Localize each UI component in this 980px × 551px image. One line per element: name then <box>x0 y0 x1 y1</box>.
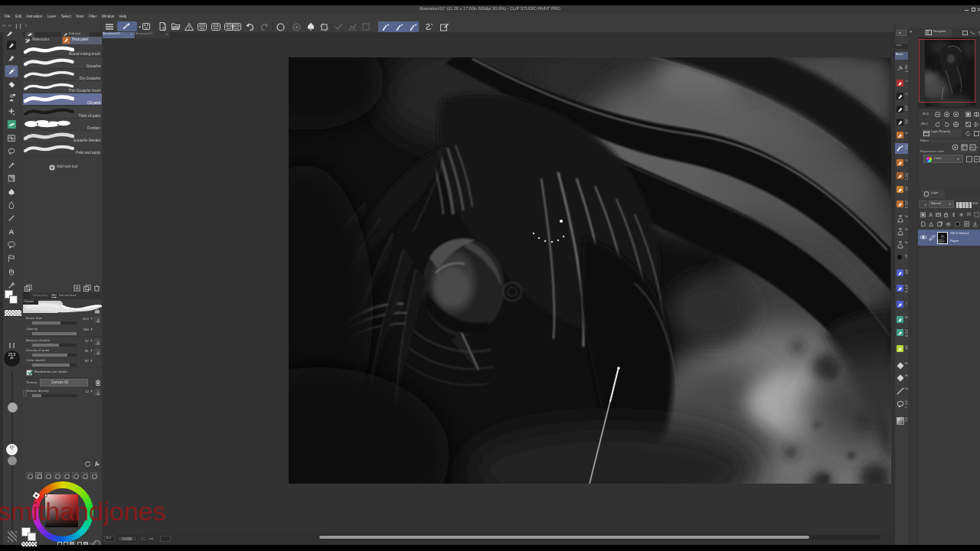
svg-text:A: A <box>9 228 15 236</box>
